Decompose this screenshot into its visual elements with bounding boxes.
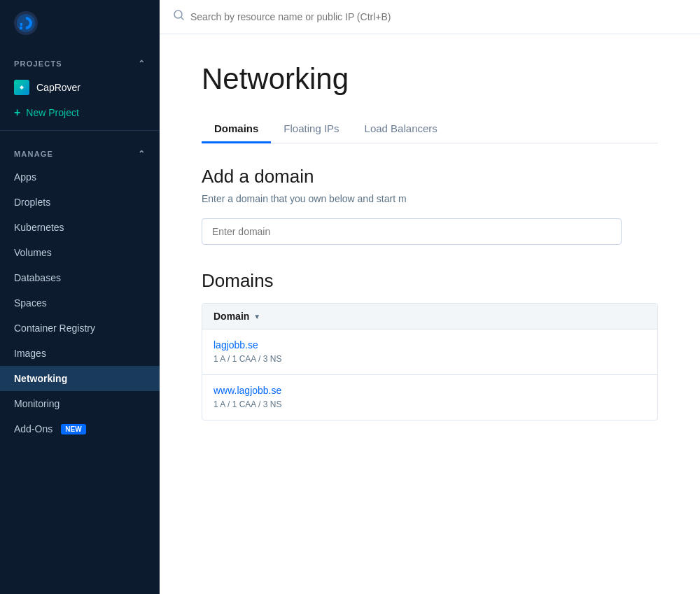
project-name-label: CapRover [36, 82, 80, 93]
table-header-row[interactable]: Domain ▼ [202, 304, 657, 330]
projects-chevron-icon: ⌃ [138, 59, 146, 69]
new-project-plus-icon: + [14, 106, 20, 119]
sidebar-item-badge-add-ons: NEW [61, 424, 85, 434]
tab-domains[interactable]: Domains [202, 115, 271, 143]
sidebar-item-label-images: Images [14, 348, 46, 359]
sidebar-divider-1 [0, 130, 160, 131]
sidebar-item-apps[interactable]: Apps [0, 164, 160, 190]
projects-section-header: PROJECTS ⌃ [0, 46, 160, 74]
nav-items: AppsDropletsKubernetesVolumesDatabasesSp… [0, 164, 160, 441]
sidebar-item-label-volumes: Volumes [14, 247, 52, 258]
sidebar-item-label-add-ons: Add-Ons [14, 423, 52, 434]
domain-link-0[interactable]: lagjobb.se [214, 339, 646, 351]
manage-chevron-icon: ⌃ [138, 149, 146, 159]
sidebar: PROJECTS ⌃ CapRover + New Project MANAGE… [0, 0, 160, 594]
main-content: Networking Domains Floating IPs Load Bal… [160, 0, 700, 594]
logo-area [0, 0, 160, 46]
domains-section-title: Domains [202, 270, 658, 292]
domain-meta-0: 1 A / 1 CAA / 3 NS [214, 354, 281, 364]
sidebar-item-databases[interactable]: Databases [0, 265, 160, 290]
domain-meta-1: 1 A / 1 CAA / 3 NS [214, 399, 281, 409]
new-project-label: New Project [26, 107, 78, 118]
tab-floating-ips[interactable]: Floating IPs [271, 115, 351, 143]
domain-link-1[interactable]: www.lagjobb.se [214, 385, 646, 396]
sidebar-item-label-monitoring: Monitoring [14, 398, 59, 409]
search-bar [160, 0, 700, 34]
search-wrapper [174, 10, 686, 24]
domain-input[interactable] [202, 218, 622, 245]
sidebar-item-kubernetes[interactable]: Kubernetes [0, 215, 160, 240]
search-icon [174, 10, 185, 24]
domains-table: Domain ▼ lagjobb.se1 A / 1 CAA / 3 NSwww… [202, 303, 658, 420]
sidebar-item-droplets[interactable]: Droplets [0, 190, 160, 215]
sidebar-item-images[interactable]: Images [0, 341, 160, 366]
sidebar-item-volumes[interactable]: Volumes [0, 240, 160, 265]
sidebar-item-add-ons[interactable]: Add-OnsNEW [0, 416, 160, 441]
sidebar-item-container-registry[interactable]: Container Registry [0, 316, 160, 341]
domain-sort-icon: ▼ [253, 313, 260, 320]
tab-load-balancers[interactable]: Load Balancers [352, 115, 450, 143]
sidebar-item-monitoring[interactable]: Monitoring [0, 391, 160, 416]
sidebar-item-label-droplets: Droplets [14, 197, 50, 208]
svg-point-1 [17, 14, 35, 32]
sidebar-item-label-databases: Databases [14, 272, 61, 283]
page-title: Networking [202, 62, 658, 96]
svg-line-4 [181, 17, 184, 20]
manage-section-header: MANAGE ⌃ [0, 136, 160, 164]
add-domain-title: Add a domain [202, 166, 658, 188]
new-project-button[interactable]: + New Project [0, 101, 160, 125]
add-domain-desc: Enter a domain that you own below and st… [202, 193, 658, 204]
digitalocean-logo [14, 11, 38, 35]
tabs: Domains Floating IPs Load Balancers [202, 115, 658, 143]
sidebar-item-label-kubernetes: Kubernetes [14, 222, 64, 233]
sidebar-item-label-apps: Apps [14, 171, 36, 183]
sidebar-item-label-spaces: Spaces [14, 297, 47, 309]
sidebar-item-label-networking: Networking [14, 373, 67, 384]
sidebar-item-label-container-registry: Container Registry [14, 323, 95, 334]
page-content-area: Networking Domains Floating IPs Load Bal… [160, 34, 700, 448]
domain-rows: lagjobb.se1 A / 1 CAA / 3 NSwww.lagjobb.… [202, 330, 657, 420]
sidebar-item-spaces[interactable]: Spaces [0, 290, 160, 316]
project-icon [14, 80, 29, 95]
table-header-domain: Domain [214, 311, 249, 322]
table-row: lagjobb.se1 A / 1 CAA / 3 NS [202, 330, 657, 375]
table-row: www.lagjobb.se1 A / 1 CAA / 3 NS [202, 375, 657, 420]
project-caprover[interactable]: CapRover [0, 74, 160, 101]
search-input[interactable] [190, 11, 686, 22]
sidebar-item-networking[interactable]: Networking [0, 366, 160, 391]
